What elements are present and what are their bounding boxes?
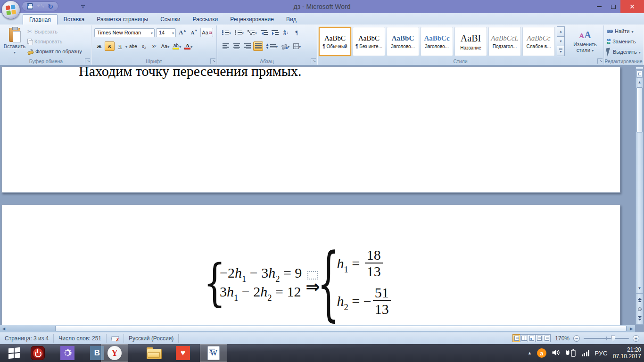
style-card-heading1[interactable]: AaBbC Заголово... [387, 27, 419, 56]
styles-more-button[interactable]: ▼ [557, 46, 565, 56]
network-signal-icon[interactable] [582, 350, 590, 356]
font-color-button[interactable]: А [183, 41, 194, 51]
draft-view-button[interactable] [543, 334, 551, 342]
borders-button[interactable] [292, 41, 302, 51]
align-right-button[interactable] [242, 41, 252, 51]
web-layout-view-button[interactable] [528, 334, 536, 342]
italic-button[interactable]: К [105, 41, 115, 51]
proofing-status[interactable] [107, 334, 124, 343]
tab-review[interactable]: Рецензирование [224, 14, 280, 25]
zoom-out-button[interactable]: − [573, 335, 580, 342]
show-marks-button[interactable]: ¶ [292, 28, 302, 37]
clipboard-dialog-launcher[interactable] [85, 58, 90, 64]
subscript-button[interactable]: x₂ [139, 41, 149, 51]
shrink-font-button[interactable]: А▼ [189, 28, 199, 37]
scroll-down-button[interactable]: ▼ [636, 284, 643, 292]
horizontal-scrollbar[interactable]: ◀ ▶ [0, 325, 635, 332]
taskbar-yandex-browser[interactable]: Y [101, 344, 128, 362]
style-card-no-spacing[interactable]: AaBbC ¶ Без инте... [353, 27, 385, 56]
grow-font-button[interactable]: А▲ [177, 28, 188, 37]
tab-references[interactable]: Ссылки [154, 14, 186, 25]
horizontal-scroll-thumb[interactable] [55, 326, 627, 331]
shading-button[interactable] [280, 41, 291, 51]
style-card-heading2[interactable]: AaBbCc Заголово... [421, 27, 453, 56]
style-card-subtitle[interactable]: AaBbCcL Подзагол... [488, 27, 521, 56]
copy-button[interactable]: Копировать [27, 37, 82, 45]
justify-button[interactable] [253, 41, 263, 51]
line-spacing-button[interactable]: ▲▼ [264, 41, 279, 51]
paragraph-dialog-launcher[interactable] [311, 58, 316, 64]
font-size-combo[interactable]: 14 [156, 28, 176, 37]
numbering-button[interactable] [233, 28, 245, 37]
underline-dropdown-icon[interactable] [125, 43, 127, 49]
scroll-left-button[interactable]: ◀ [0, 325, 8, 332]
align-center-button[interactable] [231, 41, 241, 51]
vertical-scroll-thumb[interactable] [636, 87, 643, 132]
print-layout-view-button[interactable] [512, 334, 520, 342]
find-button[interactable]: Найти [607, 27, 633, 35]
multilevel-list-button[interactable] [246, 28, 258, 37]
language-indicator[interactable]: РУС [594, 350, 608, 357]
document-page-1[interactable]: Находим точку пересечения прямых. [1, 66, 620, 193]
document-page-2[interactable]: { −2h1 − 3h2 = 9 3h1 − 2h2 = 12 ⇒ { h1 =… [1, 205, 620, 331]
start-button[interactable] [3, 344, 25, 362]
underline-button[interactable]: Ч [115, 41, 125, 51]
page-number-status[interactable]: Страница: 3 из 4 [0, 334, 54, 343]
bold-button[interactable]: Ж [94, 41, 104, 51]
superscript-button[interactable]: x² [149, 41, 159, 51]
outline-view-button[interactable] [535, 334, 543, 342]
zoom-slider-thumb[interactable] [611, 336, 615, 342]
taskbar-health-app[interactable]: ♥ [172, 344, 194, 362]
decrease-indent-button[interactable] [259, 28, 269, 37]
styles-dialog-launcher[interactable] [597, 58, 603, 64]
select-button[interactable]: Выделить [607, 48, 641, 56]
style-card-subtle-emphasis[interactable]: AaBbCc Слабое в... [522, 27, 555, 56]
change-case-button[interactable]: Aa [160, 41, 171, 51]
cut-button[interactable]: ✂ Вырезать [27, 27, 82, 35]
taskbar-power-app[interactable] [26, 344, 49, 362]
word-count-status[interactable]: Число слов: 251 [54, 334, 107, 343]
format-painter-button[interactable]: Формат по образцу [27, 47, 82, 55]
text-highlight-button[interactable]: ab [171, 41, 182, 51]
tray-assistant-icon[interactable]: a [537, 348, 546, 358]
tab-mailings[interactable]: Рассылки [186, 14, 224, 25]
split-handle[interactable] [636, 67, 643, 70]
minimize-button[interactable] [592, 0, 606, 13]
bullets-button[interactable] [221, 28, 232, 37]
ruler-toggle-button[interactable] [636, 70, 643, 78]
clock[interactable]: 21:20 07.10.2017 [613, 346, 641, 360]
style-card-title[interactable]: AaBI Название [454, 27, 487, 56]
taskbar-word[interactable]: W [200, 344, 227, 362]
font-dialog-launcher[interactable] [210, 58, 215, 64]
clear-formatting-button[interactable]: Aa [200, 28, 213, 37]
increase-indent-button[interactable] [270, 28, 280, 37]
zoom-in-button[interactable]: + [633, 335, 639, 342]
language-status[interactable]: Русский (Россия) [124, 334, 178, 343]
tab-view[interactable]: Вид [280, 14, 303, 25]
sort-button[interactable]: АЯ ↓ [281, 28, 291, 37]
tab-page-layout[interactable]: Разметка страницы [91, 14, 154, 25]
battery-icon[interactable] [565, 349, 577, 358]
office-button[interactable] [1, 0, 20, 19]
volume-icon[interactable] [552, 349, 560, 357]
align-left-button[interactable] [221, 41, 231, 51]
vertical-scrollbar[interactable]: ▲ ▼ [636, 66, 644, 325]
style-card-normal[interactable]: AaBbC ¶ Обычный [319, 27, 351, 56]
full-screen-reading-view-button[interactable] [520, 334, 528, 342]
zoom-level[interactable]: 170% [554, 335, 570, 342]
previous-page-button[interactable] [638, 298, 642, 302]
scroll-right-button[interactable]: ▶ [627, 325, 635, 332]
tab-insert[interactable]: Вставка [58, 14, 91, 25]
styles-scroll-down-button[interactable]: ▼ [557, 36, 565, 47]
close-button[interactable]: ✕ [620, 0, 644, 13]
tab-home[interactable]: Главная [23, 14, 58, 25]
restore-button[interactable] [606, 0, 620, 13]
taskbar-file-explorer[interactable] [142, 344, 165, 362]
strikethrough-button[interactable]: abe [128, 41, 139, 51]
change-styles-button[interactable]: AA Изменитьстили [568, 26, 602, 58]
paste-button[interactable]: Вставить [4, 26, 25, 57]
show-hidden-icons-button[interactable]: ▲ [528, 351, 532, 355]
replace-button[interactable]: abac Заменить [607, 38, 636, 45]
scroll-up-button[interactable]: ▲ [636, 78, 643, 86]
font-family-combo[interactable]: Times New Roman [94, 28, 155, 37]
